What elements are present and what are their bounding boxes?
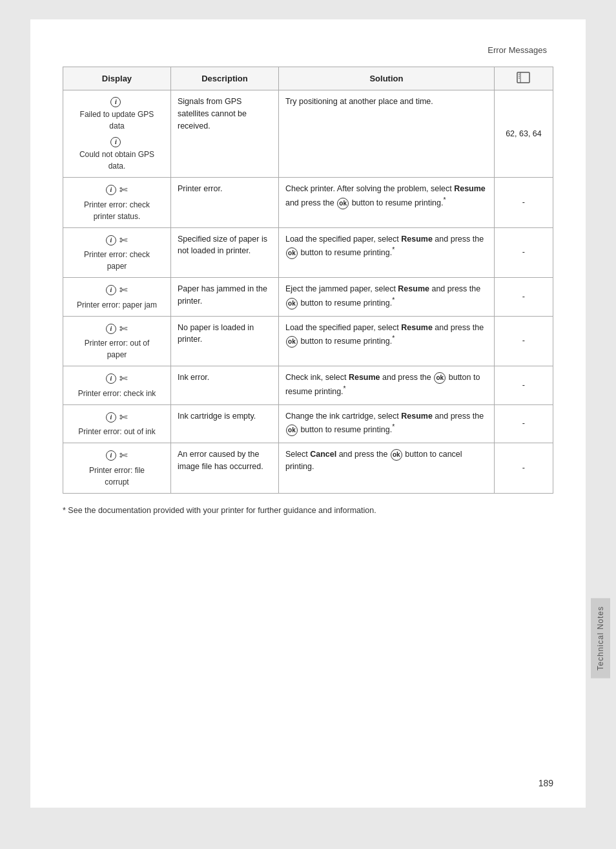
table-row: i ✄ Printer error: paper jam Paper has j…: [63, 278, 553, 317]
solution-cell-gps: Try positioning at another place and tim…: [278, 90, 494, 178]
ref-cell-paper-jam: -: [494, 278, 553, 317]
table-row: i ✄ Printer error: out ofpaper No paper …: [63, 316, 553, 366]
info-icon-4: i: [106, 235, 116, 246]
ref-cell-printer-status: -: [494, 178, 553, 228]
solution-cell-paper-jam: Eject the jammed paper, select Resume an…: [278, 278, 494, 317]
printer-icon-6: ✄: [119, 410, 128, 425]
col-header-description: Description: [170, 67, 278, 90]
error-messages-table: Display Description Solution: [63, 67, 553, 494]
ref-cell-out-paper: -: [494, 316, 553, 366]
page-title: Error Messages: [488, 45, 547, 55]
info-icon: i: [110, 97, 121, 107]
svg-rect-0: [517, 72, 529, 83]
ok-button-icon-3: ok: [286, 298, 298, 309]
ref-cell-check-ink: -: [494, 366, 553, 405]
solution-cell-printer-paper: Load the specified paper, select Resume …: [278, 227, 494, 278]
desc-cell-check-ink: Ink error.: [170, 366, 278, 405]
solution-cell-check-ink: Check ink, select Resume and press the o…: [278, 366, 494, 405]
solution-cell-file-corrupt: Select Cancel and press the ok button to…: [278, 443, 494, 494]
ref-cell-file-corrupt: -: [494, 443, 553, 494]
col-header-display: Display: [63, 67, 171, 90]
printer-icon: ✄: [119, 183, 128, 198]
table-row: i ✄ Printer error: checkprinter status. …: [63, 178, 553, 228]
footnote: * See the documentation provided with yo…: [63, 504, 553, 517]
solution-cell-out-ink: Change the ink cartridge, select Resume …: [278, 404, 494, 443]
desc-cell-out-paper: No paper is loaded in printer.: [170, 316, 278, 366]
desc-cell-file-corrupt: An error caused by the image file has oc…: [170, 443, 278, 494]
ok-button-icon: ok: [337, 198, 349, 209]
display-cell-paper-jam: i ✄ Printer error: paper jam: [63, 278, 171, 317]
solution-cell-out-paper: Load the specified paper, select Resume …: [278, 316, 494, 366]
col-header-ref: [494, 67, 553, 90]
solution-cell-printer-status: Check printer. After solving the problem…: [278, 178, 494, 228]
table-row: i Failed to update GPSdata i Could not o…: [63, 90, 553, 178]
desc-cell-gps: Signals from GPS satellites cannot be re…: [170, 90, 278, 178]
info-icon-7: i: [106, 373, 116, 384]
display-cell-printer-paper: i ✄ Printer error: checkpaper: [63, 227, 171, 278]
ok-button-icon-6: ok: [286, 424, 298, 436]
display-cell-out-ink: i ✄ Printer error: out of ink: [63, 404, 171, 443]
info-icon-3: i: [106, 185, 116, 195]
info-icon-5: i: [106, 285, 116, 295]
book-icon: [517, 72, 531, 83]
printer-icon-2: ✄: [119, 233, 128, 248]
ref-cell-out-ink: -: [494, 404, 553, 443]
ok-button-icon-4: ok: [286, 336, 298, 348]
info-icon-6: i: [106, 324, 116, 334]
display-cell-check-ink: i ✄ Printer error: check ink: [63, 366, 171, 405]
ok-button-icon-2: ok: [286, 247, 298, 259]
printer-icon-7: ✄: [119, 448, 128, 463]
ref-cell-printer-paper: -: [494, 227, 553, 278]
technical-notes-sidebar: Technical Notes: [591, 598, 610, 678]
col-header-solution: Solution: [278, 67, 494, 90]
ok-button-icon-5: ok: [434, 372, 446, 384]
page-number: 189: [539, 778, 553, 788]
table-row: i ✄ Printer error: out of ink Ink cartri…: [63, 404, 553, 443]
page-header: Error Messages: [63, 45, 553, 55]
printer-icon-5: ✄: [119, 372, 128, 386]
display-cell-printer-status: i ✄ Printer error: checkprinter status.: [63, 178, 171, 228]
desc-cell-paper-jam: Paper has jammed in the printer.: [170, 278, 278, 317]
ref-cell-gps: 62, 63, 64: [494, 90, 553, 178]
display-cell-gps: i Failed to update GPSdata i Could not o…: [63, 90, 171, 178]
display-cell-file-corrupt: i ✄ Printer error: filecorrupt: [63, 443, 171, 494]
printer-icon-4: ✄: [119, 322, 128, 337]
table-row: i ✄ Printer error: check ink Ink error. …: [63, 366, 553, 405]
display-cell-out-paper: i ✄ Printer error: out ofpaper: [63, 316, 171, 366]
table-row: i ✄ Printer error: checkpaper Specified …: [63, 227, 553, 278]
info-icon-8: i: [106, 412, 116, 423]
printer-icon-3: ✄: [119, 283, 128, 298]
desc-cell-printer-status: Printer error.: [170, 178, 278, 228]
table-row: i ✄ Printer error: filecorrupt An error …: [63, 443, 553, 494]
ok-button-icon-7: ok: [391, 449, 402, 461]
info-icon-9: i: [106, 450, 116, 461]
desc-cell-out-ink: Ink cartridge is empty.: [170, 404, 278, 443]
desc-cell-printer-paper: Specified size of paper is not loaded in…: [170, 227, 278, 278]
info-icon-2: i: [110, 137, 121, 147]
